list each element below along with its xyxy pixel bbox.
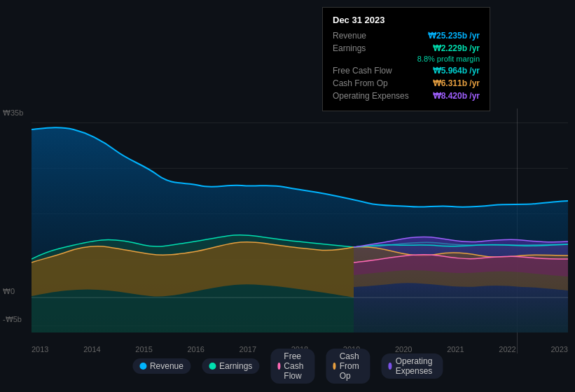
tooltip-value-revenue: ₩25.235b /yr [428,31,480,41]
tooltip-row-fcf: Free Cash Flow ₩5.964b /yr [333,66,480,76]
legend-label-revenue: Revenue [150,361,183,371]
legend-dot-earnings [209,363,216,370]
tooltip-value-fcf: ₩5.964b /yr [433,66,480,76]
tooltip-label-cashfromop: Cash From Op [333,78,388,88]
tooltip-label-earnings: Earnings [333,43,366,53]
legend-revenue[interactable]: Revenue [132,358,190,374]
y-label-35b: ₩35b [3,108,23,118]
legend-dot-fcf [277,363,280,370]
x-label-2022: 2022 [499,345,515,354]
tooltip-value-opex: ₩8.420b /yr [433,91,480,101]
tooltip-row-revenue: Revenue ₩25.235b /yr [333,31,480,41]
legend-dot-cashfromop [333,363,335,370]
tooltip-row-opex: Operating Expenses ₩8.420b /yr [333,91,480,101]
x-label-2023: 2023 [550,345,567,354]
tooltip-label-fcf: Free Cash Flow [333,66,392,76]
legend-fcf[interactable]: Free Cash Flow [270,349,314,384]
legend-label-opex: Operating Expenses [396,356,436,376]
x-label-2021: 2021 [447,345,464,354]
legend-label-cashfromop: Cash From Op [340,351,363,381]
y-label-neg5b: -₩5b [3,315,22,324]
tooltip-row-earnings: Earnings ₩2.229b /yr [333,43,480,53]
y-label-zero: ₩0 [3,287,15,296]
tooltip-value-earnings: ₩2.229b /yr [433,43,480,53]
legend-label-fcf: Free Cash Flow [284,351,307,381]
tooltip-row-cashfromop: Cash From Op ₩6.311b /yr [333,78,480,88]
tooltip-label-opex: Operating Expenses [333,91,409,101]
tooltip: Dec 31 2023 Revenue ₩25.235b /yr Earning… [322,7,490,111]
x-label-2014: 2014 [83,345,100,354]
legend-earnings[interactable]: Earnings [202,358,259,374]
legend-opex[interactable]: Operating Expenses [381,354,443,379]
tooltip-margin-text: 8.8% profit margin [417,55,480,63]
legend-dot-revenue [139,363,146,370]
tooltip-value-cashfromop: ₩6.311b /yr [433,78,480,88]
tooltip-sub-margin: 8.8% profit margin [333,55,480,63]
chart-legend: Revenue Earnings Free Cash Flow Cash Fro… [132,349,443,384]
chart-container: Dec 31 2023 Revenue ₩25.235b /yr Earning… [0,0,575,392]
tooltip-date: Dec 31 2023 [333,15,480,25]
chart-svg [32,108,568,332]
x-label-2013: 2013 [32,345,48,354]
legend-label-earnings: Earnings [219,361,252,371]
legend-dot-opex [388,363,392,370]
legend-cashfromop[interactable]: Cash From Op [326,349,370,384]
tooltip-label-revenue: Revenue [333,31,366,41]
